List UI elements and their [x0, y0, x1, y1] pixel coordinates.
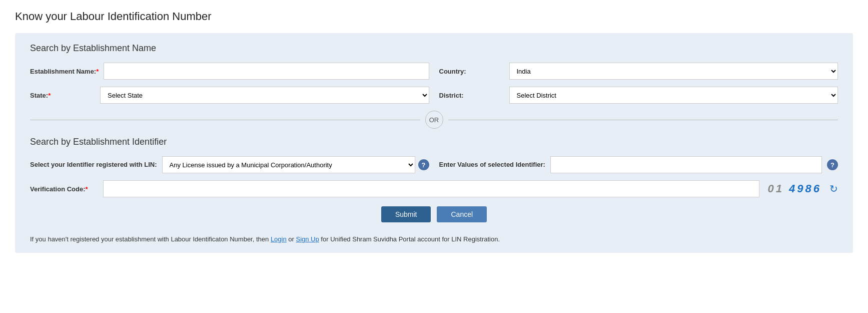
identifier-value-label: Enter Values of selected Identifier: — [439, 160, 545, 169]
required-star-state: * — [48, 92, 51, 99]
identifier-value-input[interactable] — [550, 156, 822, 173]
identifier-help-icon[interactable]: ? — [418, 159, 429, 170]
verification-code-input[interactable] — [103, 180, 759, 197]
or-circle: OR — [425, 111, 443, 129]
or-divider: OR — [30, 111, 838, 129]
state-select[interactable]: Select State — [100, 87, 429, 104]
section2-title: Search by Establishment Identifier — [30, 137, 838, 147]
identifier-label: Select your Identifier registered with L… — [30, 160, 157, 169]
verification-code-label: Verification Code:* — [30, 185, 95, 193]
state-label: State:* — [30, 92, 95, 99]
captcha-display: 01 4986 — [767, 182, 821, 195]
country-label: Country: — [439, 68, 504, 75]
establishment-name-label: Establishment Name:* — [30, 68, 99, 75]
captcha-part2: 4986 — [789, 182, 821, 195]
login-link[interactable]: Login — [271, 235, 287, 243]
captcha-part1: 01 — [767, 182, 783, 195]
footer-note: If you haven't registered your establish… — [30, 230, 838, 243]
required-star-verify: * — [86, 185, 88, 193]
country-select[interactable]: India — [509, 63, 838, 80]
district-label: District: — [439, 92, 504, 99]
captcha-refresh-icon[interactable]: ↻ — [829, 183, 838, 195]
establishment-name-input[interactable] — [104, 63, 429, 80]
page-title: Know your Labour Identification Number — [15, 10, 853, 23]
cancel-button[interactable]: Cancel — [437, 206, 487, 222]
district-select[interactable]: Select District — [509, 87, 838, 104]
section1-title: Search by Establishment Name — [30, 43, 838, 54]
identifier-value-help-icon[interactable]: ? — [827, 159, 838, 170]
required-star: * — [96, 68, 99, 75]
identifier-select[interactable]: Any License issued by a Municipal Corpor… — [162, 156, 415, 173]
signup-link[interactable]: Sign Up — [296, 235, 319, 243]
submit-button[interactable]: Submit — [381, 206, 431, 222]
